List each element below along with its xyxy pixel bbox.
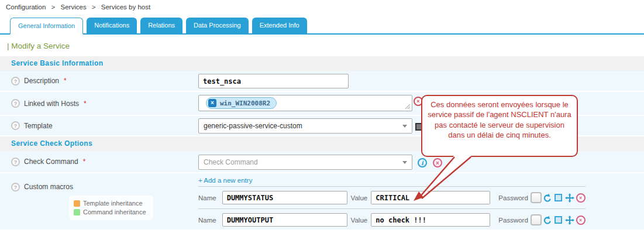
breadcrumb: Configuration > Services > Services by h… xyxy=(6,4,150,11)
breadcrumb-separator: > xyxy=(92,4,96,11)
host-tag-label: win_WIN2008R2 xyxy=(220,100,270,107)
help-icon[interactable]: ? xyxy=(11,183,20,191)
display-password-icon[interactable] xyxy=(554,215,564,225)
required-asterisk: * xyxy=(84,100,87,108)
required-asterisk: * xyxy=(83,158,86,166)
description-input[interactable] xyxy=(198,74,349,88)
legend-label: Command inheritance xyxy=(83,208,146,217)
chevron-down-icon xyxy=(402,125,407,128)
section-header-basic-information: Service Basic Information xyxy=(0,56,644,71)
macro-value-input[interactable] xyxy=(371,213,490,227)
macro-password-label: Password xyxy=(498,217,528,224)
linked-hosts-label: Linked with Hosts xyxy=(24,100,79,108)
move-row-icon[interactable] xyxy=(564,193,574,203)
macro-name-input[interactable] xyxy=(222,191,347,204)
remove-host-icon[interactable]: × xyxy=(208,99,216,107)
macro-entry-row: Name Value Password × xyxy=(198,186,586,208)
tooltip-tail xyxy=(409,156,480,203)
template-inheritance-swatch xyxy=(74,200,80,207)
nsclient-tooltip: Ces données seront envoyées lorsque le s… xyxy=(421,95,578,157)
help-icon[interactable]: ? xyxy=(11,77,20,85)
breadcrumb-configuration[interactable]: Configuration xyxy=(6,4,46,11)
tab-relations[interactable]: Relations xyxy=(140,18,182,33)
template-select[interactable]: generic-passive-service-custom xyxy=(198,118,412,134)
macro-name-label: Name xyxy=(198,194,218,201)
template-label: Template xyxy=(24,122,53,130)
custom-macros-label: Custom macros xyxy=(24,183,73,191)
legend-label: Template inheritance xyxy=(83,199,143,208)
command-inheritance-swatch xyxy=(74,209,80,216)
tab-data-processing[interactable]: Data Processing xyxy=(186,18,249,33)
tab-extended-info[interactable]: Extended Info xyxy=(252,18,307,33)
tab-general-information[interactable]: General Information xyxy=(10,18,83,35)
required-asterisk: * xyxy=(64,77,67,85)
add-new-entry-link[interactable]: + Add a new entry xyxy=(198,177,252,184)
macro-value-label: Value xyxy=(351,217,369,224)
breadcrumb-services[interactable]: Services xyxy=(61,4,87,11)
undo-icon[interactable] xyxy=(543,193,553,203)
chevron-down-icon xyxy=(402,161,407,164)
page-title: | Modify a Service xyxy=(7,42,70,50)
description-label: Description xyxy=(24,77,59,85)
breadcrumb-services-by-host[interactable]: Services by host xyxy=(101,4,150,11)
row-custom-macros: ? Custom macros Template inheritance Com… xyxy=(0,173,644,231)
move-row-icon[interactable] xyxy=(564,215,574,225)
check-command-select[interactable]: Check Command xyxy=(198,155,412,170)
resize-handle-icon[interactable] xyxy=(404,102,411,110)
tab-notifications[interactable]: Notifications xyxy=(87,18,137,33)
check-command-placeholder: Check Command xyxy=(204,158,258,166)
display-password-icon[interactable] xyxy=(554,193,564,203)
undo-icon[interactable] xyxy=(543,215,553,225)
delete-row-icon[interactable]: × xyxy=(576,215,586,225)
linked-hosts-multiselect[interactable]: × win_WIN2008R2 xyxy=(198,95,412,111)
inheritance-legend: Template inheritance Command inheritance xyxy=(69,196,153,220)
host-tag: × win_WIN2008R2 xyxy=(206,97,277,109)
password-checkbox[interactable] xyxy=(531,192,542,203)
help-icon[interactable]: ? xyxy=(11,121,20,130)
macro-name-label: Name xyxy=(198,217,218,224)
help-icon[interactable]: ? xyxy=(11,158,20,166)
tab-bar: General Information Notifications Relati… xyxy=(0,18,644,35)
check-command-label: Check Command xyxy=(24,158,78,166)
delete-row-icon[interactable]: × xyxy=(576,193,586,203)
breadcrumb-separator: > xyxy=(51,4,56,11)
macro-password-label: Password xyxy=(498,194,528,201)
password-checkbox[interactable] xyxy=(531,214,542,225)
row-description: ? Description * xyxy=(0,71,644,92)
macro-name-input[interactable] xyxy=(222,213,347,227)
service-configuration-page: Configuration > Services > Services by h… xyxy=(0,0,644,236)
macro-value-label: Value xyxy=(351,194,369,201)
help-icon[interactable]: ? xyxy=(11,99,20,108)
template-selected-value: generic-passive-service-custom xyxy=(204,122,302,130)
macro-entry-row: Name Value Password × xyxy=(198,208,586,231)
